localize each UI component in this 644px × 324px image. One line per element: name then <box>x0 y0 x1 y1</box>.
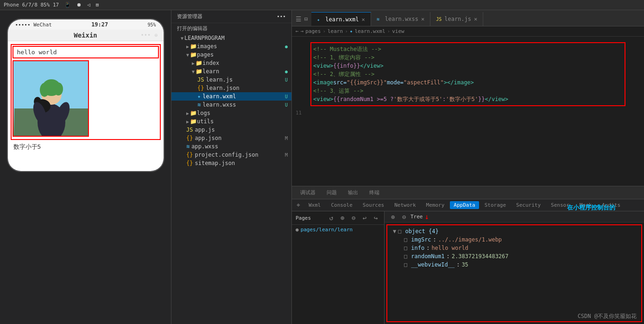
file-learn-wxml[interactable]: ✦ learn.wxml U <box>171 92 291 101</box>
explorer-title: 资源管理器 <box>177 13 202 20</box>
breadcrumb-learn: learn <box>328 28 343 34</box>
breadcrumb-nav-forward[interactable]: → <box>301 28 304 34</box>
file-project-config[interactable]: {} project.config.json M <box>171 151 291 159</box>
line-number-11: 11 <box>292 108 644 116</box>
explorer-more-icon[interactable]: ••• <box>277 13 286 19</box>
open-editors-label[interactable]: 打开的编辑器 <box>171 23 291 34</box>
tree-expand-all[interactable]: ⊕ <box>388 212 398 222</box>
folder-icon: 📁 <box>190 110 197 116</box>
tab-learn-js[interactable]: JS learn.js ✕ <box>430 12 483 26</box>
file-learn-json[interactable]: {} learn.json <box>171 84 291 92</box>
pages-header: Pages ↺ ⊕ ⊖ ↩ ↪ <box>292 211 384 225</box>
code-mustache-1: {{info}} <box>333 62 360 70</box>
file-learn-wxss-label: learn.wxss <box>202 102 236 108</box>
devtools-tab-debugger[interactable]: 调试器 <box>296 187 320 198</box>
topbar-phone-label: Phone 6/7/8 85% 17 <box>4 2 59 8</box>
tab-learn-js-label: learn.js <box>444 16 471 22</box>
code-line-4: <!-- 2、绑定属性 --> <box>313 70 623 78</box>
folder-pages[interactable]: ▼ 📁 pages <box>171 51 291 59</box>
learn-wxml-badge: U <box>285 94 288 99</box>
data-webviewid-line: □ __webviewId__ : 35 <box>389 260 639 269</box>
pages-label: Pages <box>296 215 311 221</box>
svg-point-6 <box>54 83 63 95</box>
folder-logs-label: logs <box>197 110 210 116</box>
project-config-badge: M <box>285 152 288 158</box>
phone-more-icon[interactable]: ••• <box>141 32 151 38</box>
devtools-inner-tab-wxml[interactable]: Wxml <box>304 200 326 210</box>
breadcrumb-learn-wxml: learn.wxml <box>354 28 385 34</box>
folder-arrow: ▶ <box>186 119 189 124</box>
file-learn-js[interactable]: JS learn.js U <box>171 76 291 84</box>
learn-badge: ● <box>285 69 288 74</box>
wxml-icon: ✦ <box>197 93 201 100</box>
page-item[interactable]: ● pages/learn/learn <box>292 225 384 235</box>
code-line-3: <view>{{info}}</view> <box>313 62 623 70</box>
learn-wxss-badge: U <box>285 102 288 108</box>
code-tag-image: <image <box>313 78 333 87</box>
folder-index[interactable]: ▶ 📁 index <box>171 59 291 67</box>
page-item-label: pages/learn/learn <box>301 227 353 233</box>
webviewid-square: □ <box>404 261 407 268</box>
undo-icon[interactable]: ↩ <box>360 213 369 222</box>
file-learn-wxss[interactable]: ≋ learn.wxss U <box>171 101 291 109</box>
tree-collapse-all[interactable]: ⊖ <box>399 212 409 222</box>
topbar-icon-phone[interactable]: 📱 <box>64 2 71 8</box>
devtools-inner-tab-network[interactable]: Network <box>390 200 420 210</box>
code-line-5: <image src= "{{imgSrc}}" mode= "aspectFi… <box>313 78 623 87</box>
expand-icon[interactable]: ⊕ <box>338 213 347 222</box>
phone-content: hello world <box>8 41 164 171</box>
folder-images-label: images <box>197 43 217 50</box>
menu-icon[interactable]: ☰ <box>296 15 302 23</box>
breadcrumb-bar: ← → pages › learn › ✦ learn.wxml › view <box>292 26 644 37</box>
code-str-ternary1: '数字大于或等于5' <box>393 95 442 103</box>
tab-close-wxss[interactable]: ✕ <box>421 16 424 22</box>
devtools-inner-tab-sources[interactable]: Sources <box>358 200 389 210</box>
devtools-inner-tab-storage[interactable]: Storage <box>480 200 511 210</box>
topbar-icon-grid[interactable]: ⊞ <box>96 2 99 8</box>
js-icon: JS <box>197 76 204 83</box>
topbar-icon-record[interactable]: ⏺ <box>76 2 82 8</box>
phone-nav-title: Weixin <box>74 32 97 39</box>
tab-close-js[interactable]: ✕ <box>474 16 477 22</box>
json-icon: {} <box>197 85 204 91</box>
folder-logs[interactable]: ▶ 📁 logs <box>171 109 291 117</box>
devtools-tab-output[interactable]: 输出 <box>343 187 363 198</box>
wxss-icon: ≋ <box>197 102 201 108</box>
folder-icon: 📁 <box>190 43 197 50</box>
json-icon: {} <box>186 135 193 141</box>
refresh-icon[interactable]: ↺ <box>327 213 336 222</box>
tab-learn-wxss[interactable]: ≋ learn.wxss ✕ <box>371 12 430 26</box>
redo-icon[interactable]: ↪ <box>371 213 380 222</box>
devtools-tab-problems[interactable]: 问题 <box>322 187 341 198</box>
collapse-icon[interactable]: ⊖ <box>349 213 358 222</box>
explorer-header: 资源管理器 ••• <box>171 10 291 23</box>
root-expand[interactable]: ▼ <box>393 228 396 235</box>
file-app-js[interactable]: JS app.js <box>171 126 291 134</box>
annotation-line1: 在小程序控制台的 <box>567 203 635 211</box>
file-app-wxss[interactable]: ≋ app.wxss <box>171 142 291 151</box>
folder-images[interactable]: ▶ 📁 images ● <box>171 42 291 51</box>
devtools-inner-tab-security[interactable]: Security <box>511 200 545 210</box>
imgsrc-square: □ <box>404 236 407 243</box>
folder-utils[interactable]: ▶ 📁 utils <box>171 117 291 126</box>
project-root[interactable]: ▼ LEARNPROGRAM <box>171 34 291 42</box>
tab-learn-wxml[interactable]: ✦ learn.wxml ✕ <box>311 12 371 26</box>
topbar-icon-back[interactable]: ◁ <box>87 2 90 8</box>
file-learn-js-label: learn.js <box>206 76 233 83</box>
code-editor[interactable]: <!-- Mustache语法 --> <!-- 1、绑定内容 --> <vie… <box>292 37 644 186</box>
tab-close-wxml[interactable]: ✕ <box>361 16 365 23</box>
breadcrumb-nav-back[interactable]: ← <box>296 28 299 34</box>
folder-learn[interactable]: ▼ 📁 learn ● <box>171 67 291 76</box>
code-mustache-4: }} <box>478 95 485 103</box>
devtools-inspect-icon[interactable]: ⌖ <box>294 201 303 210</box>
devtools-inner-tab-memory[interactable]: Memory <box>422 200 449 210</box>
devtools-tab-terminal[interactable]: 终端 <box>365 187 384 198</box>
file-app-wxss-label: app.wxss <box>191 143 218 150</box>
phone-camera-icon[interactable]: ⊕ <box>154 32 158 38</box>
split-icon[interactable]: ⊟ <box>304 16 308 22</box>
file-app-json[interactable]: {} app.json M <box>171 134 291 142</box>
devtools-inner-tab-console[interactable]: Console <box>327 200 357 210</box>
phone-content-box: hello world <box>11 44 161 140</box>
file-sitemap[interactable]: {} sitemap.json <box>171 159 291 167</box>
devtools-inner-tab-appdata[interactable]: AppData <box>450 201 479 209</box>
